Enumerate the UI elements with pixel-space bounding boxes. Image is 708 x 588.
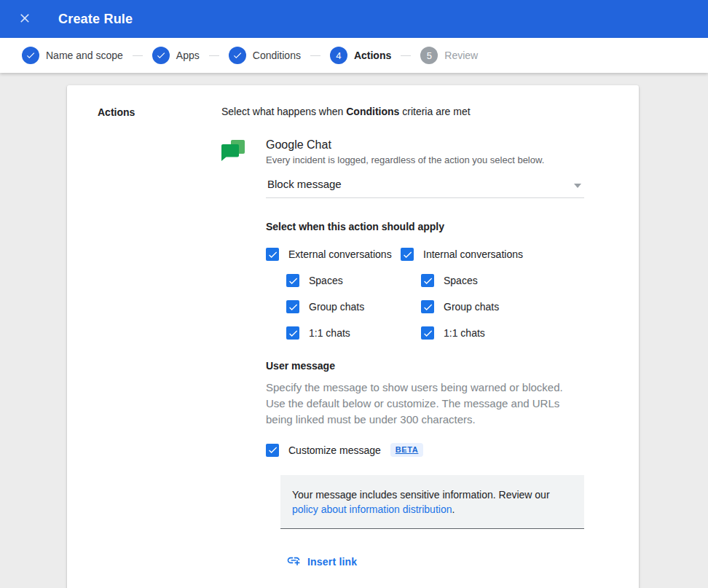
instruction-text: Select what happens when Conditions crit… [221,106,586,117]
action-select-value: Block message [267,178,342,190]
checkbox-external-group-chats[interactable]: Group chats [286,300,401,313]
checkbox-label: External conversations [288,248,392,260]
insert-link-label: Insert link [307,556,357,568]
action-select[interactable]: Block message [266,173,584,198]
step-label: Review [444,50,478,61]
checkbox-external-spaces[interactable]: Spaces [286,274,401,287]
step-connector [401,55,411,56]
checkbox-label: Customize message [288,444,381,456]
checkbox-checked-icon [286,274,299,287]
step-connector [209,55,219,56]
step-name-and-scope[interactable]: Name and scope [22,47,123,64]
apply-title: Select when this action should apply [266,221,584,232]
google-chat-icon [221,138,266,165]
dialog-title: Create Rule [58,12,133,27]
check-icon [22,47,39,64]
step-conditions[interactable]: Conditions [229,47,301,64]
checkbox-checked-icon [401,248,414,261]
app-info: Google Chat Every incident is logged, re… [266,138,544,165]
checkbox-label: Internal conversations [423,248,523,260]
checkbox-label: Group chats [444,301,499,313]
checkbox-checked-icon [286,326,299,340]
close-icon [17,11,32,28]
customize-message-row: Customize message BETA [266,443,584,457]
stepper: Name and scope Apps Conditions 4 Actions… [0,38,708,73]
actions-card: Actions Select what happens when Conditi… [67,85,639,588]
app-name: Google Chat [266,138,544,152]
dropdown-arrow-icon [574,184,581,188]
checkbox-internal-group-chats[interactable]: Group chats [421,300,523,313]
main-area: Actions Select what happens when Conditi… [0,73,708,588]
appbar: Create Rule [0,0,708,38]
step-connector [310,55,320,56]
checkbox-label: Group chats [309,301,364,313]
check-icon [229,47,246,64]
checkbox-internal-spaces[interactable]: Spaces [421,274,523,287]
step-label: Name and scope [46,50,123,61]
checkbox-customize-message[interactable]: Customize message [266,444,381,457]
policy-link[interactable]: policy about information distribution [292,503,452,515]
preview-suffix: . [452,503,455,515]
card-left-column: Actions [98,106,221,570]
user-message-title: User message [266,360,584,372]
step-apps[interactable]: Apps [152,47,200,64]
instruction-prefix: Select what happens when [221,106,346,117]
check-icon [152,47,170,64]
instruction-bold: Conditions [346,106,399,117]
checkbox-checked-icon [421,326,434,340]
app-row: Google Chat Every incident is logged, re… [221,138,586,165]
step-actions[interactable]: 4 Actions [330,47,391,64]
step-label: Conditions [253,50,301,61]
checkbox-checked-icon [266,444,279,457]
checkbox-label: Spaces [309,275,343,286]
checkbox-checked-icon [286,300,299,313]
internal-column: Internal conversations Spaces Group chat… [401,248,523,340]
checkbox-label: 1:1 chats [444,327,485,339]
step-number: 4 [330,47,347,64]
apply-checkbox-grid: External conversations Spaces Group chat… [266,248,584,340]
section-label: Actions [98,106,221,118]
instruction-suffix: criteria are met [399,106,470,117]
checkbox-label: 1:1 chats [309,327,350,339]
checkbox-checked-icon [421,274,434,287]
message-preview-field[interactable]: Your message includes sensitive informat… [280,475,584,529]
checkbox-checked-icon [266,248,279,261]
checkbox-internal-conversations[interactable]: Internal conversations [401,248,523,261]
close-button[interactable] [12,6,38,32]
checkbox-external-conversations[interactable]: External conversations [266,248,401,261]
step-number: 5 [420,47,438,64]
step-connector [133,55,143,56]
step-label: Apps [176,50,200,61]
checkbox-checked-icon [421,300,434,313]
beta-badge[interactable]: BETA [390,443,424,457]
preview-text: Your message includes sensitive informat… [292,489,550,501]
checkbox-external-1-1-chats[interactable]: 1:1 chats [286,326,401,340]
step-label: Actions [354,50,391,61]
checkbox-internal-1-1-chats[interactable]: 1:1 chats [421,326,523,340]
insert-link-button[interactable]: Insert link [286,553,357,570]
step-review: 5 Review [420,47,478,64]
user-message-description: Specify the message to show users being … [266,380,584,428]
checkbox-label: Spaces [444,275,478,286]
card-content: Select what happens when Conditions crit… [221,106,586,570]
app-description: Every incident is logged, regardless of … [266,154,544,165]
action-form: Block message Select when this action sh… [266,173,584,570]
add-link-icon [286,553,307,570]
external-column: External conversations Spaces Group chat… [266,248,401,340]
